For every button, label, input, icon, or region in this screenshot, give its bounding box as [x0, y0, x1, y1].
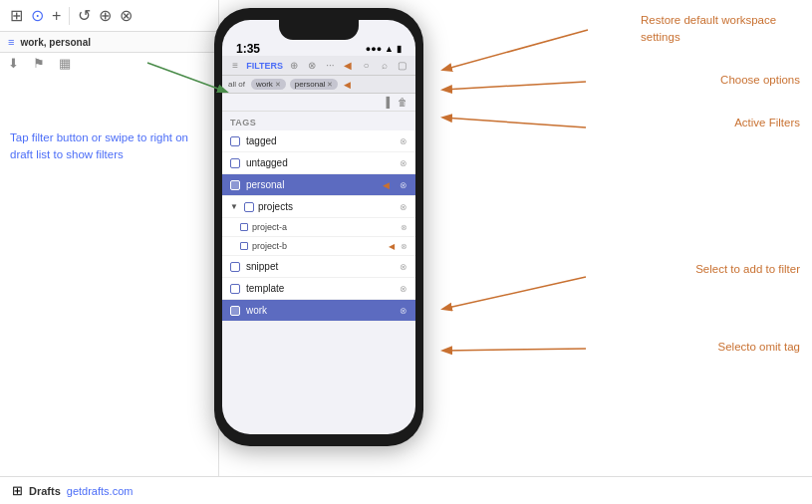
- tag-snippet-name: snippet: [246, 261, 394, 272]
- personal-chip[interactable]: personal ✕: [290, 79, 339, 90]
- arrow-active-filter: ◀: [344, 80, 351, 90]
- wifi-icon: ▲: [385, 44, 394, 54]
- archive-icon[interactable]: ▦: [59, 56, 71, 71]
- tag-item-snippet[interactable]: snippet ⊗: [222, 256, 415, 278]
- zoom-icon[interactable]: ⊕: [99, 6, 112, 25]
- sub-item-project-a[interactable]: project-a ⊗: [222, 218, 415, 237]
- search-iphone-icon[interactable]: ⌕: [378, 60, 392, 71]
- more-icon[interactable]: ···: [323, 60, 337, 71]
- work-chip[interactable]: work ✕: [251, 79, 286, 90]
- callout-select-omit: Selecto omit tag: [718, 339, 800, 356]
- sub-project-b-name: project-b: [252, 241, 385, 251]
- tag-template-omit[interactable]: ⊗: [400, 284, 407, 294]
- iphone-notch: [279, 20, 359, 40]
- battery-icon: ▮: [397, 44, 402, 54]
- all-of-label: all of: [228, 80, 245, 89]
- svg-line-1: [443, 82, 586, 90]
- tags-section: TAGS tagged ⊗ untagged ⊗ personal: [222, 112, 415, 322]
- filter-text: work, personal: [20, 37, 91, 48]
- tag-item-untagged[interactable]: untagged ⊗: [222, 152, 415, 174]
- tag-item-tagged[interactable]: tagged ⊗: [222, 130, 415, 152]
- callout-restore-default: Restore default workspace settings: [641, 12, 800, 45]
- upload-icon[interactable]: ⬇: [8, 56, 19, 71]
- tags-header: TAGS: [222, 112, 415, 130]
- tag-untagged-omit[interactable]: ⊗: [400, 158, 407, 168]
- tag-personal-name: personal: [246, 179, 377, 190]
- personal-chip-label: personal: [295, 80, 326, 89]
- svg-line-2: [443, 118, 586, 127]
- close-icon[interactable]: ⊗: [120, 6, 133, 25]
- separator: [69, 7, 70, 25]
- sub-item-project-b[interactable]: project-b ◀ ⊗: [222, 237, 415, 256]
- svg-line-4: [443, 349, 586, 351]
- tag-personal-icon: [230, 180, 240, 190]
- grid-icon[interactable]: ⊞: [10, 6, 23, 25]
- status-icons: ●●● ▲ ▮: [366, 44, 402, 54]
- square-icon[interactable]: ▢: [396, 60, 409, 71]
- desktop-app-panel: ⊞ ⊙ + ↺ ⊕ ⊗ ≡ work, personal ⬇ ⚑ ▦ Tap f…: [0, 0, 219, 478]
- svg-line-0: [443, 30, 588, 70]
- group-projects-name: projects: [258, 201, 396, 212]
- drafts-icon: ⊞: [12, 483, 23, 498]
- bar-chart-icon[interactable]: ▐: [383, 97, 390, 108]
- tag-snippet-icon: [230, 262, 240, 272]
- plus-icon[interactable]: +: [52, 7, 61, 25]
- signal-icon: ●●●: [366, 44, 382, 54]
- tag-item-template[interactable]: template ⊗: [222, 278, 415, 300]
- tag-item-work[interactable]: work ⊗: [222, 300, 415, 322]
- sub-project-a-omit[interactable]: ⊗: [401, 223, 407, 232]
- filter-menu-icon[interactable]: ≡: [228, 60, 242, 71]
- tag-work-name: work: [246, 305, 394, 316]
- group-projects-omit[interactable]: ⊗: [400, 202, 407, 212]
- check-circle-icon[interactable]: ⊙: [31, 6, 44, 25]
- tag-untagged-icon: [230, 158, 240, 168]
- filters-label: FILTERS: [246, 61, 283, 71]
- tag-tagged-name: tagged: [246, 135, 394, 146]
- bottom-bar: ⊞ Drafts getdrafts.com: [0, 476, 812, 504]
- sub-project-a-name: project-a: [252, 222, 397, 232]
- filters-header: ≡ FILTERS ⊕ ⊗ ··· ◀ ○ ⌕ ▢: [222, 56, 415, 76]
- sub-project-b-icon: [240, 242, 248, 250]
- arrow-personal: ◀: [383, 180, 390, 190]
- active-filter-bar: all of work ✕ personal ✕ ◀: [222, 76, 415, 94]
- screen-actions: ▐ 🗑: [222, 94, 415, 112]
- tag-personal-omit[interactable]: ⊗: [400, 180, 407, 190]
- website-link[interactable]: getdrafts.com: [67, 485, 134, 497]
- hint-text: Tap filter button or swipe to right on d…: [10, 129, 199, 164]
- status-bar: 1:35 ●●● ▲ ▮: [222, 40, 415, 56]
- undo-icon[interactable]: ↺: [78, 6, 91, 25]
- trash-icon[interactable]: 🗑: [398, 97, 407, 108]
- tag-untagged-name: untagged: [246, 157, 394, 168]
- personal-chip-close[interactable]: ✕: [327, 81, 333, 89]
- group-item-projects[interactable]: ▼ projects ⊗: [222, 196, 415, 218]
- tag-work-omit[interactable]: ⊗: [400, 306, 407, 316]
- close-small-icon[interactable]: ⊗: [305, 60, 319, 71]
- desktop-filter-bar: ≡ work, personal: [0, 32, 218, 53]
- zoom-small-icon[interactable]: ⊕: [287, 60, 301, 71]
- callout-select-to-add: Select to add to filter: [695, 261, 800, 278]
- arrow-left-icon: ◀: [341, 60, 355, 71]
- action-bar: ⬇ ⚑ ▦: [0, 53, 218, 74]
- sub-project-b-omit[interactable]: ⊗: [401, 242, 407, 251]
- tag-tagged-icon: [230, 136, 240, 146]
- toolbar: ⊞ ⊙ + ↺ ⊕ ⊗: [0, 0, 218, 32]
- status-time: 1:35: [236, 42, 260, 56]
- arrow-project-b: ◀: [389, 242, 395, 251]
- group-arrow-icon: ▼: [230, 202, 238, 211]
- work-chip-close[interactable]: ✕: [275, 81, 281, 89]
- flag-icon[interactable]: ⚑: [33, 56, 45, 71]
- tag-work-icon: [230, 306, 240, 316]
- group-projects-icon: [244, 202, 254, 212]
- tag-template-name: template: [246, 283, 394, 294]
- svg-line-3: [443, 277, 586, 309]
- sub-project-a-icon: [240, 223, 248, 231]
- tag-template-icon: [230, 284, 240, 294]
- filter-icon: ≡: [8, 36, 14, 48]
- callout-active-filters: Active Filters: [734, 115, 800, 131]
- iphone-screen: 1:35 ●●● ▲ ▮ ≡ FILTERS ⊕ ⊗ ··· ◀ ○ ⌕ ▢: [222, 20, 415, 434]
- iphone-mockup: 1:35 ●●● ▲ ▮ ≡ FILTERS ⊕ ⊗ ··· ◀ ○ ⌕ ▢: [214, 8, 423, 446]
- tag-item-personal[interactable]: personal ◀ ⊗: [222, 174, 415, 196]
- tag-snippet-omit[interactable]: ⊗: [400, 262, 407, 272]
- iphone-body: 1:35 ●●● ▲ ▮ ≡ FILTERS ⊕ ⊗ ··· ◀ ○ ⌕ ▢: [214, 8, 423, 446]
- tag-tagged-omit[interactable]: ⊗: [400, 136, 407, 146]
